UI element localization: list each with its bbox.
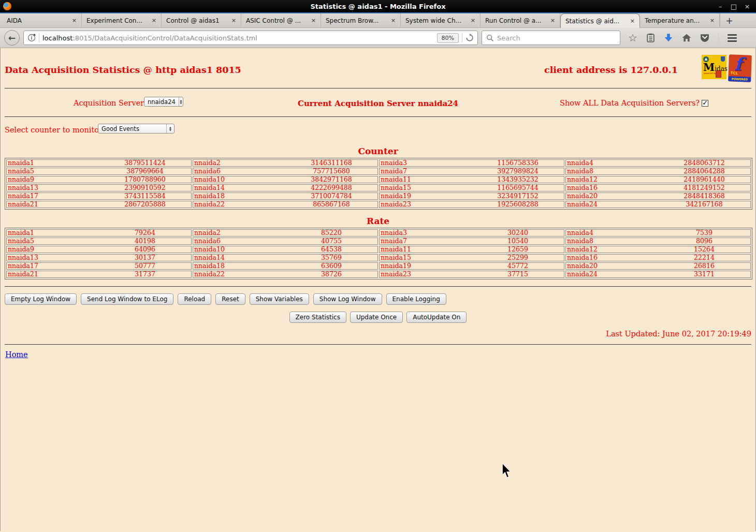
bookmark-star-icon[interactable]: ☆ — [628, 33, 637, 43]
update-once-button[interactable]: Update Once — [350, 312, 403, 323]
show-variables-button[interactable]: Show Variables — [250, 293, 309, 305]
tab-close-icon[interactable]: × — [710, 17, 715, 24]
back-button[interactable]: ← — [4, 30, 20, 46]
midas-logo[interactable]: ▲ Midas powered by — [702, 55, 726, 79]
tab-temperature-an[interactable]: Temperature an...× — [640, 13, 720, 27]
stat-cell-nnaida10: nnaida1064538 — [193, 246, 378, 253]
stat-name: nnaida24 — [566, 201, 658, 208]
search-icon — [486, 34, 494, 42]
table-row: nnaida91780788960nnaida103842971168nnaid… — [6, 176, 751, 183]
site-info-icon[interactable] — [27, 34, 36, 42]
downloads-icon[interactable] — [664, 33, 673, 42]
divider — [5, 286, 751, 287]
reload-button[interactable]: Reload — [178, 293, 211, 305]
show-log-window-button[interactable]: Show Log Window — [313, 293, 382, 305]
tab-system-wide-ch[interactable]: System wide Ch...× — [401, 13, 481, 27]
counter-select[interactable]: Good Events ▲▼ — [98, 124, 175, 134]
stat-name: nnaida13 — [7, 255, 99, 261]
stat-cell-nnaida23: nnaida2337715 — [379, 271, 564, 278]
page-header: Data Acquisition Statistics @ http aidas… — [1, 48, 755, 88]
bookmarks-clipboard-icon[interactable] — [646, 33, 655, 42]
tab-close-icon[interactable]: × — [72, 17, 77, 24]
tab-label: Run Control @ a... — [485, 17, 548, 24]
menu-hamburger-icon[interactable] — [728, 34, 737, 42]
last-updated-text: Last Updated: June 02, 2017 20:19:49 — [1, 330, 751, 338]
urlbar-divider-2 — [462, 33, 462, 42]
url-bar[interactable]: localhost:8015/DataAcquisitionControl/Da… — [23, 31, 478, 45]
stat-name: nnaida19 — [380, 193, 472, 199]
close-button[interactable]: × — [743, 3, 752, 10]
empty-log-window-button[interactable]: Empty Log Window — [5, 293, 77, 305]
zero-statistics-button[interactable]: Zero Statistics — [289, 312, 346, 323]
send-log-window-to-elog-button[interactable]: Send Log Window to ELog — [81, 293, 173, 305]
urlbar-divider — [39, 33, 39, 42]
stat-name: nnaida21 — [7, 271, 99, 277]
stat-name: nnaida17 — [7, 193, 99, 199]
stat-name: nnaida5 — [7, 238, 99, 244]
tab-experiment-con[interactable]: Experiment Con...× — [82, 13, 162, 27]
stat-cell-nnaida5: nnaida5387969664 — [6, 168, 192, 175]
tcl-powered-logo[interactable]: f TCL POWERED — [728, 54, 752, 82]
stat-name: nnaida12 — [566, 246, 658, 253]
tab-close-icon[interactable]: × — [471, 17, 475, 24]
tab-close-icon[interactable]: × — [630, 18, 635, 24]
stat-name: nnaida9 — [7, 246, 99, 253]
tab-close-icon[interactable]: × — [311, 17, 316, 24]
stat-value: 2390910592 — [99, 185, 191, 191]
tab-asic-control[interactable]: ASIC Control @ ...× — [241, 13, 321, 27]
stat-cell-nnaida20: nnaida2026816 — [565, 262, 751, 270]
tab-statistics-aid[interactable]: Statistics @ aid...× — [560, 13, 640, 28]
tab-close-icon[interactable]: × — [391, 17, 396, 24]
stat-value: 63609 — [285, 263, 377, 269]
enable-logging-button[interactable]: Enable Logging — [386, 293, 446, 305]
stat-name: nnaida1 — [7, 230, 99, 236]
counter-section-title: Counter — [1, 146, 755, 156]
stat-cell-nnaida20: nnaida202848418368 — [565, 193, 751, 200]
tab-close-icon[interactable]: × — [550, 17, 555, 24]
select-counter-label: Select counter to monitor — [5, 126, 103, 134]
stat-name: nnaida10 — [193, 246, 285, 253]
tcl-logo-text: TCL — [731, 71, 738, 75]
url-host: localhost — [42, 34, 72, 42]
tab-close-icon[interactable]: × — [231, 17, 236, 24]
home-icon[interactable] — [682, 34, 691, 42]
tab-run-control-a[interactable]: Run Control @ a...× — [481, 13, 560, 27]
search-input[interactable] — [497, 34, 616, 42]
stat-name: nnaida11 — [380, 246, 472, 253]
stat-cell-nnaida18: nnaida183710074784 — [193, 193, 378, 200]
stat-value: 1343935232 — [472, 176, 564, 183]
tab-aida[interactable]: AIDA× — [2, 13, 82, 27]
home-link[interactable]: Home — [5, 350, 28, 359]
table-row: nnaida540198nnaida640755nnaida710540nnai… — [6, 238, 751, 245]
stat-value: 15264 — [658, 246, 750, 253]
stat-value: 30240 — [472, 230, 564, 236]
stat-name: nnaida22 — [193, 271, 285, 277]
reset-button[interactable]: Reset — [215, 293, 245, 305]
search-bar[interactable] — [482, 31, 620, 45]
stat-name: nnaida16 — [566, 255, 658, 261]
stat-name: nnaida9 — [7, 176, 99, 183]
zoom-level-badge[interactable]: 80% — [437, 33, 459, 43]
tab-label: System wide Ch... — [405, 17, 469, 24]
stat-value: 45772 — [472, 263, 564, 269]
minimize-button[interactable]: – — [716, 3, 725, 10]
stat-value: 3234917152 — [472, 193, 564, 199]
url-text[interactable]: localhost:8015/DataAcquisitionControl/Da… — [42, 34, 434, 42]
maximize-button[interactable]: □ — [729, 3, 738, 10]
stat-value: 2848418368 — [658, 193, 750, 199]
autoupdate-on-button[interactable]: AutoUpdate On — [406, 312, 467, 323]
tab-close-icon[interactable]: × — [152, 17, 156, 24]
show-all-checkbox[interactable] — [702, 100, 708, 107]
stat-name: nnaida13 — [7, 185, 99, 191]
tab-spectrum-brow[interactable]: Spectrum Brow...× — [321, 13, 401, 27]
new-tab-button[interactable]: + — [720, 13, 738, 27]
pocket-icon[interactable] — [700, 33, 709, 42]
stat-value: 2418961440 — [658, 176, 750, 183]
reload-icon[interactable] — [466, 34, 474, 42]
stat-cell-nnaida18: nnaida1863609 — [193, 262, 378, 270]
stat-value: 25299 — [472, 255, 564, 261]
rate-section-title: Rate — [1, 216, 755, 226]
stat-value: 2884064288 — [658, 168, 750, 174]
tab-control-aidas1[interactable]: Control @ aidas1× — [162, 13, 241, 27]
tab-label: Control @ aidas1 — [166, 17, 229, 24]
